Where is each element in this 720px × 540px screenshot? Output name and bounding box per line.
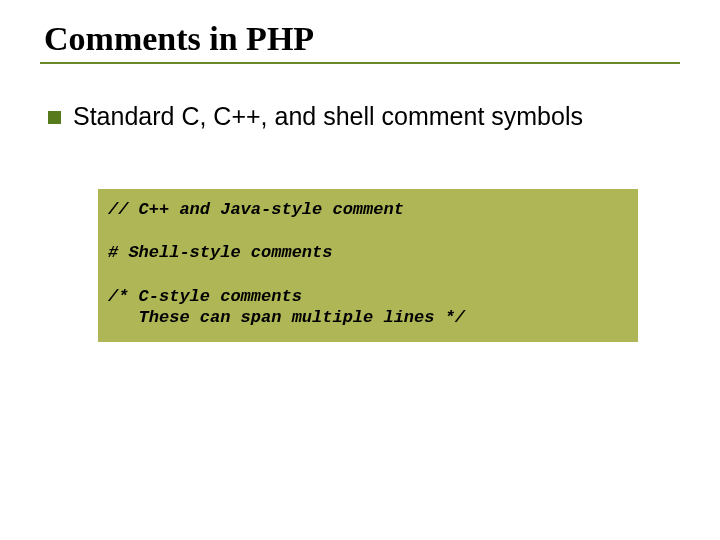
code-line: # Shell-style comments	[108, 242, 628, 263]
code-line: These can span multiple lines */	[108, 307, 628, 328]
code-spacer	[108, 264, 628, 286]
square-bullet-icon	[48, 111, 61, 124]
code-line: // C++ and Java-style comment	[108, 199, 628, 220]
code-spacer	[108, 220, 628, 242]
bullet-item: Standard C, C++, and shell comment symbo…	[40, 102, 680, 131]
slide: Comments in PHP Standard C, C++, and she…	[0, 0, 720, 540]
title-underline	[40, 62, 680, 64]
bullet-text: Standard C, C++, and shell comment symbo…	[73, 102, 583, 131]
code-example-box: // C++ and Java-style comment # Shell-st…	[98, 189, 638, 342]
code-line: /* C-style comments	[108, 286, 628, 307]
slide-title: Comments in PHP	[40, 20, 680, 58]
